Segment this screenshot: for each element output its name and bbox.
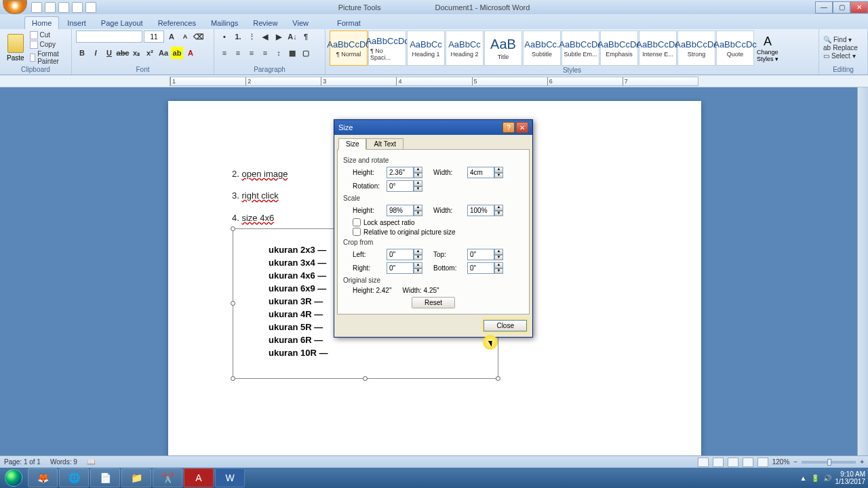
- dialog-tab-alt-text[interactable]: Alt Text: [366, 138, 403, 150]
- underline-button[interactable]: U: [103, 47, 115, 59]
- copy-button[interactable]: Copy: [30, 41, 67, 49]
- zoom-out-icon[interactable]: −: [793, 458, 797, 466]
- new-icon[interactable]: [72, 2, 83, 13]
- lock-aspect-checkbox[interactable]: [353, 218, 361, 226]
- tab-references[interactable]: References: [151, 17, 203, 29]
- close-button[interactable]: ✕: [850, 1, 868, 14]
- style-item[interactable]: AaBTitle: [484, 30, 522, 66]
- save-icon[interactable]: [31, 2, 42, 13]
- show-marks-icon[interactable]: ¶: [300, 30, 312, 43]
- crop-left-input[interactable]: [387, 249, 414, 260]
- notepad-task[interactable]: 📄: [90, 468, 120, 487]
- style-item[interactable]: AaBbCcDcStrong: [677, 30, 715, 66]
- width-up[interactable]: ▲: [494, 167, 503, 173]
- adobe-task[interactable]: A: [184, 468, 214, 487]
- change-case-button[interactable]: Aa: [157, 47, 170, 59]
- clear-format-icon[interactable]: ⌫: [193, 30, 205, 43]
- height-up[interactable]: ▲: [414, 167, 422, 173]
- dialog-close-x[interactable]: ✕: [516, 122, 528, 133]
- sort-icon[interactable]: A↓: [286, 30, 298, 43]
- width-down[interactable]: ▼: [494, 173, 503, 179]
- numbering-icon[interactable]: 1.: [232, 30, 244, 43]
- shrink-font-icon[interactable]: A: [179, 30, 191, 43]
- subscript-button[interactable]: x₂: [130, 47, 142, 59]
- style-item[interactable]: AaBbCcDcQuote: [716, 30, 754, 66]
- borders-icon[interactable]: ▢: [300, 47, 312, 59]
- outline-view[interactable]: [743, 458, 753, 467]
- replace-button[interactable]: abReplace: [823, 44, 858, 52]
- style-item[interactable]: AaBbCcHeading 2: [446, 30, 484, 66]
- explorer-task[interactable]: 📁: [121, 468, 151, 487]
- crop-right-input[interactable]: [387, 262, 414, 274]
- vertical-scrollbar[interactable]: [857, 87, 868, 468]
- font-name-input[interactable]: [76, 30, 142, 43]
- style-gallery[interactable]: AaBbCcDc¶ NormalAaBbCcDc¶ No Spaci...AaB…: [330, 30, 754, 66]
- justify-icon[interactable]: ≡: [259, 47, 271, 59]
- tab-format[interactable]: Format: [330, 17, 368, 29]
- tab-page-layout[interactable]: Page Layout: [94, 17, 150, 29]
- tab-view[interactable]: View: [285, 17, 315, 29]
- rotation-up[interactable]: ▲: [414, 180, 422, 186]
- tray-power-icon[interactable]: 🔋: [811, 474, 819, 482]
- style-item[interactable]: AaBbCcDc¶ Normal: [330, 30, 368, 66]
- width-input[interactable]: [467, 167, 494, 178]
- height-input[interactable]: [387, 167, 414, 178]
- change-styles-button[interactable]: A Change Styles ▾: [757, 33, 778, 63]
- crop-top-input[interactable]: [467, 249, 494, 260]
- reset-button[interactable]: Reset: [412, 297, 455, 308]
- ie-task[interactable]: 🌐: [59, 468, 89, 487]
- align-left-icon[interactable]: ≡: [218, 47, 231, 59]
- word-task[interactable]: W: [215, 468, 245, 487]
- paste-button[interactable]: Paste: [4, 33, 27, 63]
- tab-mailings[interactable]: Mailings: [204, 17, 245, 29]
- superscript-button[interactable]: x²: [144, 47, 156, 59]
- font-size-input[interactable]: [144, 30, 164, 43]
- full-screen-view[interactable]: [713, 458, 724, 467]
- tab-insert[interactable]: Insert: [60, 17, 93, 29]
- zoom-level[interactable]: 120%: [772, 458, 790, 466]
- firefox-task[interactable]: 🦊: [28, 468, 58, 487]
- maximize-button[interactable]: ▢: [833, 1, 850, 14]
- horizontal-ruler[interactable]: 1234567: [170, 77, 698, 86]
- decrease-indent-icon[interactable]: ◀: [259, 30, 271, 43]
- strike-button[interactable]: abc: [117, 47, 129, 59]
- height-down[interactable]: ▼: [414, 173, 422, 179]
- style-item[interactable]: AaBbCcHeading 1: [407, 30, 445, 66]
- redo-icon[interactable]: [58, 2, 69, 13]
- tray-volume-icon[interactable]: 🔊: [823, 474, 831, 482]
- italic-button[interactable]: I: [90, 47, 102, 59]
- dialog-tab-size[interactable]: Size: [338, 138, 366, 150]
- scale-height-input[interactable]: [387, 205, 414, 216]
- status-words[interactable]: Words: 9: [50, 458, 77, 466]
- bold-button[interactable]: B: [76, 47, 88, 59]
- zoom-in-icon[interactable]: +: [860, 458, 864, 466]
- tab-home[interactable]: Home: [24, 16, 59, 29]
- increase-indent-icon[interactable]: ▶: [273, 30, 285, 43]
- line-spacing-icon[interactable]: ↕: [273, 47, 285, 59]
- minimize-button[interactable]: —: [815, 1, 833, 14]
- cut-button[interactable]: Cut: [30, 31, 67, 39]
- rotation-input[interactable]: [387, 180, 414, 192]
- scale-width-input[interactable]: [467, 205, 494, 216]
- align-right-icon[interactable]: ≡: [245, 47, 258, 59]
- tray-up-icon[interactable]: ▲: [800, 474, 807, 482]
- font-color-button[interactable]: A: [184, 47, 197, 59]
- multilevel-icon[interactable]: ⋮: [245, 30, 258, 43]
- highlight-button[interactable]: ab: [171, 47, 183, 59]
- dialog-titlebar[interactable]: Size ? ✕: [334, 120, 532, 135]
- system-tray[interactable]: ▲ 🔋 🔊 9:10 AM 1/13/2017: [800, 470, 868, 485]
- tab-review[interactable]: Review: [246, 17, 284, 29]
- rotation-down[interactable]: ▼: [414, 186, 422, 192]
- shading-icon[interactable]: ▦: [286, 47, 298, 59]
- status-page[interactable]: Page: 1 of 1: [4, 458, 41, 466]
- snip-task[interactable]: ✂️: [153, 468, 182, 487]
- undo-icon[interactable]: [45, 2, 56, 13]
- open-icon[interactable]: [85, 2, 96, 13]
- draft-view[interactable]: [757, 458, 768, 467]
- style-item[interactable]: AaBbCcDc¶ No Spaci...: [368, 30, 406, 66]
- crop-bottom-input[interactable]: [467, 262, 494, 274]
- select-button[interactable]: ▭Select ▾: [823, 52, 858, 60]
- dialog-help-button[interactable]: ?: [502, 122, 515, 133]
- dialog-close-button[interactable]: Close: [484, 320, 527, 331]
- style-item[interactable]: AaBbCc.Subtitle: [523, 30, 561, 66]
